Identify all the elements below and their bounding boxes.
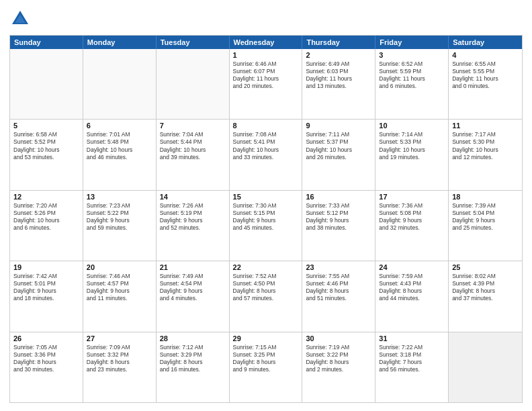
cell-info: Sunrise: 6:52 AM Sunset: 5:59 PM Dayligh…	[379, 60, 445, 90]
cell-info: Sunrise: 7:04 AM Sunset: 5:44 PM Dayligh…	[160, 131, 226, 161]
day-number: 28	[160, 334, 226, 342]
weekday-header: Saturday	[449, 36, 522, 49]
cell-info: Sunrise: 7:17 AM Sunset: 5:30 PM Dayligh…	[452, 131, 519, 161]
calendar-cell: 7Sunrise: 7:04 AM Sunset: 5:44 PM Daylig…	[157, 120, 230, 189]
calendar-cell: 15Sunrise: 7:30 AM Sunset: 5:15 PM Dayli…	[230, 191, 303, 261]
day-number: 18	[452, 193, 519, 201]
day-number: 4	[452, 51, 519, 59]
day-number: 5	[13, 122, 79, 130]
day-number: 15	[233, 193, 299, 201]
cell-info: Sunrise: 7:23 AM Sunset: 5:22 PM Dayligh…	[87, 202, 152, 232]
calendar-cell: 4Sunrise: 6:55 AM Sunset: 5:55 PM Daylig…	[449, 49, 522, 119]
calendar-cell: 31Sunrise: 7:22 AM Sunset: 3:18 PM Dayli…	[375, 332, 449, 402]
cell-info: Sunrise: 6:58 AM Sunset: 5:52 PM Dayligh…	[13, 131, 79, 161]
calendar-cell: 6Sunrise: 7:01 AM Sunset: 5:48 PM Daylig…	[83, 120, 157, 189]
cell-info: Sunrise: 6:49 AM Sunset: 6:03 PM Dayligh…	[306, 60, 371, 90]
calendar-cell: 12Sunrise: 7:20 AM Sunset: 5:26 PM Dayli…	[10, 191, 83, 261]
cell-info: Sunrise: 7:55 AM Sunset: 4:46 PM Dayligh…	[306, 273, 371, 302]
calendar-cell: 23Sunrise: 7:55 AM Sunset: 4:46 PM Dayli…	[302, 261, 375, 331]
day-number: 22	[233, 263, 299, 271]
calendar-cell: 29Sunrise: 7:15 AM Sunset: 3:25 PM Dayli…	[230, 332, 303, 402]
day-number: 8	[233, 122, 299, 130]
calendar-cell: 5Sunrise: 6:58 AM Sunset: 5:52 PM Daylig…	[10, 120, 83, 189]
weekday-header: Monday	[83, 36, 157, 49]
calendar-cell: 21Sunrise: 7:49 AM Sunset: 4:54 PM Dayli…	[157, 261, 230, 331]
calendar-cell	[157, 49, 230, 119]
day-number: 29	[233, 334, 299, 342]
calendar-body: 1Sunrise: 6:46 AM Sunset: 6:07 PM Daylig…	[10, 49, 522, 402]
calendar-cell: 13Sunrise: 7:23 AM Sunset: 5:22 PM Dayli…	[83, 191, 157, 261]
cell-info: Sunrise: 6:55 AM Sunset: 5:55 PM Dayligh…	[452, 60, 519, 90]
day-number: 13	[87, 193, 152, 201]
day-number: 10	[379, 122, 445, 130]
calendar-cell: 10Sunrise: 7:14 AM Sunset: 5:33 PM Dayli…	[375, 120, 449, 189]
day-number: 21	[160, 263, 226, 271]
calendar-cell: 24Sunrise: 7:59 AM Sunset: 4:43 PM Dayli…	[375, 261, 449, 331]
cell-info: Sunrise: 7:39 AM Sunset: 5:04 PM Dayligh…	[452, 202, 519, 232]
calendar-cell: 1Sunrise: 6:46 AM Sunset: 6:07 PM Daylig…	[230, 49, 303, 119]
day-number: 25	[452, 263, 519, 271]
cell-info: Sunrise: 7:42 AM Sunset: 5:01 PM Dayligh…	[13, 273, 79, 302]
cell-info: Sunrise: 7:46 AM Sunset: 4:57 PM Dayligh…	[87, 273, 152, 302]
day-number: 24	[379, 263, 445, 271]
day-number: 30	[306, 334, 371, 342]
weekday-header: Wednesday	[230, 36, 303, 49]
cell-info: Sunrise: 7:12 AM Sunset: 3:29 PM Dayligh…	[160, 344, 226, 373]
cell-info: Sunrise: 7:09 AM Sunset: 3:32 PM Dayligh…	[87, 344, 152, 373]
page: SundayMondayTuesdayWednesdayThursdayFrid…	[0, 0, 532, 411]
weekday-header: Tuesday	[157, 36, 230, 49]
cell-info: Sunrise: 7:52 AM Sunset: 4:50 PM Dayligh…	[233, 273, 299, 302]
calendar-cell: 26Sunrise: 7:05 AM Sunset: 3:36 PM Dayli…	[10, 332, 83, 402]
calendar-cell: 16Sunrise: 7:33 AM Sunset: 5:12 PM Dayli…	[302, 191, 375, 261]
calendar-cell: 19Sunrise: 7:42 AM Sunset: 5:01 PM Dayli…	[10, 261, 83, 331]
calendar-cell: 8Sunrise: 7:08 AM Sunset: 5:41 PM Daylig…	[230, 120, 303, 189]
cell-info: Sunrise: 7:05 AM Sunset: 3:36 PM Dayligh…	[13, 344, 79, 373]
day-number: 23	[306, 263, 371, 271]
calendar-header: SundayMondayTuesdayWednesdayThursdayFrid…	[10, 36, 522, 49]
calendar-row: 5Sunrise: 6:58 AM Sunset: 5:52 PM Daylig…	[10, 120, 522, 190]
day-number: 14	[160, 193, 226, 201]
day-number: 16	[306, 193, 371, 201]
day-number: 6	[87, 122, 152, 130]
day-number: 1	[233, 51, 299, 59]
calendar-row: 19Sunrise: 7:42 AM Sunset: 5:01 PM Dayli…	[10, 261, 522, 332]
day-number: 19	[13, 263, 79, 271]
day-number: 17	[379, 193, 445, 201]
calendar-cell: 17Sunrise: 7:36 AM Sunset: 5:08 PM Dayli…	[375, 191, 449, 261]
cell-info: Sunrise: 7:36 AM Sunset: 5:08 PM Dayligh…	[379, 202, 445, 232]
calendar-cell: 25Sunrise: 8:02 AM Sunset: 4:39 PM Dayli…	[449, 261, 522, 331]
weekday-header: Friday	[375, 36, 449, 49]
day-number: 9	[306, 122, 371, 130]
cell-info: Sunrise: 7:11 AM Sunset: 5:37 PM Dayligh…	[306, 131, 371, 161]
cell-info: Sunrise: 7:59 AM Sunset: 4:43 PM Dayligh…	[379, 273, 445, 302]
weekday-header: Sunday	[10, 36, 83, 49]
day-number: 7	[160, 122, 226, 130]
logo	[9, 8, 34, 30]
logo-icon	[9, 8, 31, 30]
calendar-cell	[449, 332, 522, 402]
day-number: 26	[13, 334, 79, 342]
calendar-cell: 27Sunrise: 7:09 AM Sunset: 3:32 PM Dayli…	[83, 332, 157, 402]
cell-info: Sunrise: 7:26 AM Sunset: 5:19 PM Dayligh…	[160, 202, 226, 232]
cell-info: Sunrise: 7:30 AM Sunset: 5:15 PM Dayligh…	[233, 202, 299, 232]
calendar-cell: 30Sunrise: 7:19 AM Sunset: 3:22 PM Dayli…	[302, 332, 375, 402]
day-number: 2	[306, 51, 371, 59]
calendar-cell: 18Sunrise: 7:39 AM Sunset: 5:04 PM Dayli…	[449, 191, 522, 261]
calendar-cell: 22Sunrise: 7:52 AM Sunset: 4:50 PM Dayli…	[230, 261, 303, 331]
calendar-row: 26Sunrise: 7:05 AM Sunset: 3:36 PM Dayli…	[10, 332, 522, 402]
calendar-cell	[83, 49, 157, 119]
cell-info: Sunrise: 7:08 AM Sunset: 5:41 PM Dayligh…	[233, 131, 299, 161]
day-number: 27	[87, 334, 152, 342]
cell-info: Sunrise: 7:49 AM Sunset: 4:54 PM Dayligh…	[160, 273, 226, 302]
calendar-cell: 28Sunrise: 7:12 AM Sunset: 3:29 PM Dayli…	[157, 332, 230, 402]
cell-info: Sunrise: 7:22 AM Sunset: 3:18 PM Dayligh…	[379, 344, 445, 373]
weekday-header: Thursday	[302, 36, 375, 49]
cell-info: Sunrise: 7:19 AM Sunset: 3:22 PM Dayligh…	[306, 344, 371, 373]
calendar-cell	[10, 49, 83, 119]
calendar-row: 12Sunrise: 7:20 AM Sunset: 5:26 PM Dayli…	[10, 191, 522, 261]
cell-info: Sunrise: 7:33 AM Sunset: 5:12 PM Dayligh…	[306, 202, 371, 232]
day-number: 20	[87, 263, 152, 271]
cell-info: Sunrise: 7:20 AM Sunset: 5:26 PM Dayligh…	[13, 202, 79, 232]
calendar-cell: 9Sunrise: 7:11 AM Sunset: 5:37 PM Daylig…	[302, 120, 375, 189]
cell-info: Sunrise: 7:01 AM Sunset: 5:48 PM Dayligh…	[87, 131, 152, 161]
